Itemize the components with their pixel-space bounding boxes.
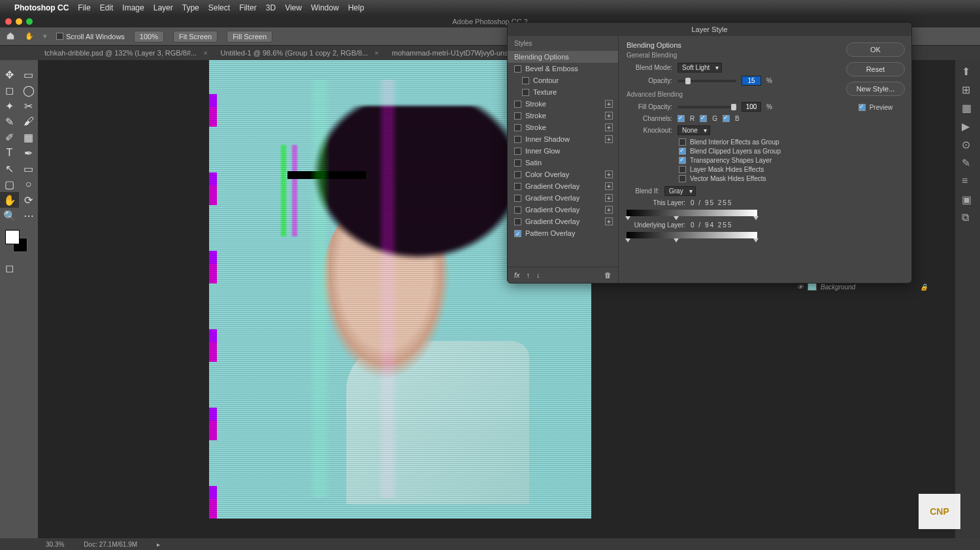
swatches-icon[interactable]: ▦ xyxy=(962,102,973,114)
add-effect-icon[interactable]: + xyxy=(605,100,613,108)
fill-screen-button[interactable]: Fill Screen xyxy=(227,31,272,42)
brush-tool-icon[interactable]: 🖌 xyxy=(19,114,38,129)
eyedropper-tool-icon[interactable]: ✎ xyxy=(0,114,19,129)
brush-icon[interactable]: ✎ xyxy=(962,157,973,169)
style-checkbox[interactable] xyxy=(522,89,529,96)
blend-if-select[interactable]: Gray xyxy=(664,186,696,196)
channel-r-checkbox[interactable] xyxy=(678,115,685,122)
style-row-inner-glow[interactable]: Inner Glow xyxy=(508,145,618,157)
artboard-tool-icon[interactable]: ▭ xyxy=(19,67,38,82)
menu-filter[interactable]: Filter xyxy=(239,3,257,12)
style-checkbox[interactable] xyxy=(514,159,521,167)
style-checkbox[interactable] xyxy=(514,171,521,178)
vector-mask-hides-checkbox[interactable] xyxy=(679,175,686,182)
share-icon[interactable]: ⬆ xyxy=(962,65,973,77)
up-icon[interactable]: ↑ xyxy=(527,271,531,279)
add-effect-icon[interactable]: + xyxy=(605,218,613,225)
menu-layer[interactable]: Layer xyxy=(154,3,173,12)
marquee-tool-icon[interactable]: ◻ xyxy=(0,82,19,98)
move-tool-icon[interactable]: ✥ xyxy=(0,67,19,82)
reset-button[interactable]: Reset xyxy=(846,62,905,76)
grid-icon[interactable]: ⊞ xyxy=(962,84,973,95)
style-checkbox[interactable] xyxy=(514,218,521,225)
path-tool-icon[interactable]: ↖ xyxy=(0,161,19,176)
style-checkbox[interactable] xyxy=(514,136,521,143)
style-checkbox[interactable] xyxy=(514,112,521,120)
menu-edit[interactable]: Edit xyxy=(100,3,114,12)
tab-document-2[interactable]: Untitled-1 @ 98.6% (Group 1 copy 2, RGB/… xyxy=(214,49,385,57)
style-checkbox[interactable] xyxy=(514,195,521,202)
more-tools-icon[interactable]: ⋯ xyxy=(19,208,38,223)
scroll-all-checkbox[interactable]: Scroll All Windows xyxy=(56,33,125,40)
quickmask-icon[interactable]: ◻ xyxy=(0,260,19,276)
type-tool-icon[interactable]: T xyxy=(0,145,19,161)
stamp-tool-icon[interactable]: ✐ xyxy=(0,129,19,145)
hand-tool-icon[interactable]: ✋ xyxy=(25,32,34,40)
style-row-texture[interactable]: Texture xyxy=(508,86,618,98)
opacity-input[interactable]: 15 xyxy=(742,76,761,86)
add-effect-icon[interactable]: + xyxy=(605,170,613,178)
close-tab-icon[interactable]: × xyxy=(374,49,378,57)
this-layer-track[interactable] xyxy=(627,210,757,216)
menu-window[interactable]: Window xyxy=(311,3,339,12)
new-style-button[interactable]: New Style... xyxy=(846,82,905,96)
history-icon[interactable]: ⊙ xyxy=(962,138,973,150)
fill-opacity-input[interactable]: 100 xyxy=(742,102,761,112)
channel-b-checkbox[interactable] xyxy=(723,115,730,122)
ellipse-tool-icon[interactable]: ○ xyxy=(19,176,38,192)
menu-3d[interactable]: 3D xyxy=(266,3,276,12)
down-icon[interactable]: ↓ xyxy=(536,271,540,279)
hand-tool-icon[interactable]: ✋ xyxy=(0,192,19,208)
style-row-pattern-overlay[interactable]: Pattern Overlay xyxy=(508,227,618,239)
color-swatches[interactable] xyxy=(5,230,31,256)
style-checkbox[interactable] xyxy=(514,230,521,237)
close-window-icon[interactable] xyxy=(5,18,12,25)
style-row-stroke[interactable]: Stroke+ xyxy=(508,121,618,133)
add-effect-icon[interactable]: + xyxy=(605,112,613,120)
menu-help[interactable]: Help xyxy=(348,3,365,12)
style-row-satin[interactable]: Satin xyxy=(508,157,618,169)
style-checkbox[interactable] xyxy=(514,124,521,131)
layers-panel-row[interactable]: 👁 Background 🔒 xyxy=(797,282,928,291)
style-row-gradient-overlay[interactable]: Gradient Overlay+ xyxy=(508,204,618,216)
doc-size-status[interactable]: Doc: 27.1M/61.9M xyxy=(84,541,137,548)
zoom-status[interactable]: 30.3% xyxy=(46,541,64,548)
zoom-level-input[interactable]: 100% xyxy=(134,31,164,42)
style-row-gradient-overlay[interactable]: Gradient Overlay+ xyxy=(508,216,618,227)
rotate-tool-icon[interactable]: ⟳ xyxy=(19,192,38,208)
blend-clipped-checkbox[interactable] xyxy=(679,148,686,155)
shape-tool-icon[interactable]: ▭ xyxy=(19,161,38,176)
ok-button[interactable]: OK xyxy=(846,42,905,57)
tab-document-1[interactable]: tchkah-dribble.psd @ 132% (Layer 3, RGB/… xyxy=(38,49,214,57)
home-icon[interactable] xyxy=(5,31,16,42)
zoom-tool-icon[interactable]: 🔍 xyxy=(0,208,19,223)
add-effect-icon[interactable]: + xyxy=(605,123,613,131)
pen-tool-icon[interactable]: ✒ xyxy=(19,145,38,161)
add-effect-icon[interactable]: + xyxy=(605,194,613,202)
transparency-shapes-checkbox[interactable] xyxy=(679,157,686,164)
libraries-icon[interactable]: ▣ xyxy=(962,193,973,205)
style-checkbox[interactable] xyxy=(514,148,521,155)
style-row-stroke[interactable]: Stroke+ xyxy=(508,98,618,110)
zoom-window-icon[interactable] xyxy=(26,18,33,25)
close-tab-icon[interactable]: × xyxy=(203,49,207,57)
style-row-contour[interactable]: Contour xyxy=(508,74,618,86)
menu-image[interactable]: Image xyxy=(122,3,144,12)
menu-file[interactable]: File xyxy=(78,3,90,12)
opacity-slider[interactable] xyxy=(678,80,736,82)
menu-type[interactable]: Type xyxy=(182,3,199,12)
preview-checkbox[interactable] xyxy=(858,104,866,111)
style-checkbox[interactable] xyxy=(514,183,521,190)
under-layer-track[interactable] xyxy=(627,232,757,238)
clone-icon[interactable]: ⧉ xyxy=(962,212,973,223)
fill-opacity-slider[interactable] xyxy=(678,106,736,108)
style-row-color-overlay[interactable]: Color Overlay+ xyxy=(508,169,618,180)
rect-tool-icon[interactable]: ▢ xyxy=(0,176,19,192)
blend-interior-checkbox[interactable] xyxy=(679,138,686,146)
style-row-gradient-overlay[interactable]: Gradient Overlay+ xyxy=(508,180,618,192)
trash-icon[interactable]: 🗑 xyxy=(604,271,612,279)
add-effect-icon[interactable]: + xyxy=(605,206,613,214)
gradient-tool-icon[interactable]: ▦ xyxy=(19,129,38,145)
style-row-stroke[interactable]: Stroke+ xyxy=(508,110,618,121)
style-checkbox[interactable] xyxy=(514,65,521,73)
